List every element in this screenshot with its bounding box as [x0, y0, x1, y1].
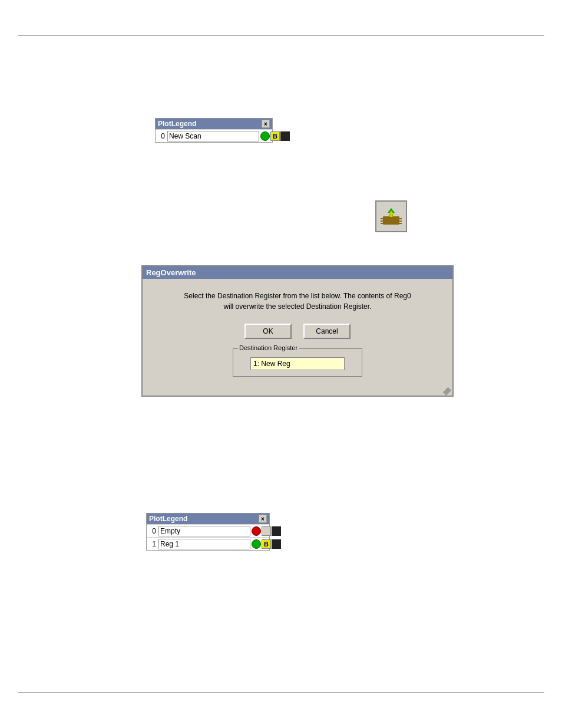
plot-legend-1-row-0-name-input[interactable]	[167, 131, 259, 141]
bottom-divider	[18, 692, 544, 693]
black-square-icon-row1[interactable]	[272, 539, 281, 549]
plot-legend-2-row-1-num: 1	[148, 540, 156, 548]
svg-rect-5	[399, 220, 402, 222]
plot-legend-2-row-0-name-input[interactable]	[158, 526, 250, 536]
reg-overwrite-body: Select the Destination Register from the…	[143, 279, 452, 386]
reg-overwrite-title: RegOverwrite	[146, 268, 196, 277]
svg-rect-6	[399, 223, 402, 224]
reg-overwrite-buttons: OK Cancel	[160, 324, 435, 339]
svg-rect-3	[381, 223, 383, 224]
svg-rect-2	[381, 220, 383, 222]
plot-legend-2-row-1-name-input[interactable]	[158, 539, 250, 549]
svg-rect-4	[399, 218, 402, 219]
plot-legend-1-row-0: 0 B	[156, 129, 272, 142]
svg-rect-10	[390, 215, 393, 217]
circle-green-icon-row1[interactable]	[252, 539, 261, 549]
plot-legend-1-row-0-num: 0	[157, 132, 165, 140]
dialog-resize-handle-area: ▓	[143, 386, 452, 396]
reg-overwrite-ok-button[interactable]: OK	[244, 324, 292, 339]
b-icon-row1[interactable]: B	[262, 539, 271, 549]
reg-overwrite-dialog: RegOverwrite Select the Destination Regi…	[141, 265, 454, 397]
plot-legend-2-close-button[interactable]: ×	[259, 515, 267, 523]
top-divider	[18, 35, 544, 36]
black-square-icon[interactable]	[280, 131, 290, 141]
reg-overwrite-message-line1: Select the Destination Register from the…	[184, 292, 411, 300]
reg-overwrite-cancel-button[interactable]: Cancel	[303, 324, 351, 339]
download-svg-icon	[379, 205, 403, 228]
toolbar-icon-inner[interactable]	[375, 200, 407, 232]
plot-legend-2-row-0-num: 0	[148, 527, 156, 535]
plot-legend-1-title: PlotLegend	[158, 120, 196, 128]
reg-overwrite-message-line2: will overwrite the selected Destination …	[224, 302, 372, 311]
plot-legend-1-row-0-icons: B	[260, 131, 290, 141]
circle-red-icon-row0[interactable]	[252, 526, 261, 536]
plot-legend-2-row-0-icons	[252, 526, 281, 536]
reg-overwrite-titlebar: RegOverwrite	[143, 266, 452, 279]
plot-legend-1-titlebar: PlotLegend ×	[156, 118, 272, 129]
svg-rect-1	[381, 218, 383, 219]
plot-legend-1-close-button[interactable]: ×	[262, 120, 270, 128]
plot-legend-2-row-1: 1 B	[147, 537, 269, 550]
black-square-icon-row0[interactable]	[272, 526, 281, 536]
plot-legend-2-title: PlotLegend	[149, 515, 187, 523]
svg-rect-0	[383, 216, 399, 225]
destination-register-label: Destination Register	[238, 344, 299, 351]
reg-overwrite-message: Select the Destination Register from the…	[160, 291, 435, 312]
resize-handle-icon[interactable]: ▓	[444, 387, 452, 395]
plot-legend-2-row-0: 0	[147, 524, 269, 537]
plot-legend-1: PlotLegend × 0 B	[155, 118, 273, 143]
b-icon[interactable]: B	[270, 131, 280, 141]
destination-register-group: Destination Register	[233, 348, 362, 377]
plot-legend-2-titlebar: PlotLegend ×	[147, 513, 269, 524]
empty-square-icon-row0[interactable]	[262, 526, 271, 536]
toolbar-download-icon[interactable]	[375, 200, 407, 232]
circle-green-icon[interactable]	[260, 131, 270, 141]
plot-legend-2-row-1-icons: B	[252, 539, 281, 549]
destination-register-input[interactable]	[250, 357, 345, 370]
page: PlotLegend × 0 B	[0, 0, 562, 728]
plot-legend-2: PlotLegend × 0 1 B	[146, 513, 270, 551]
